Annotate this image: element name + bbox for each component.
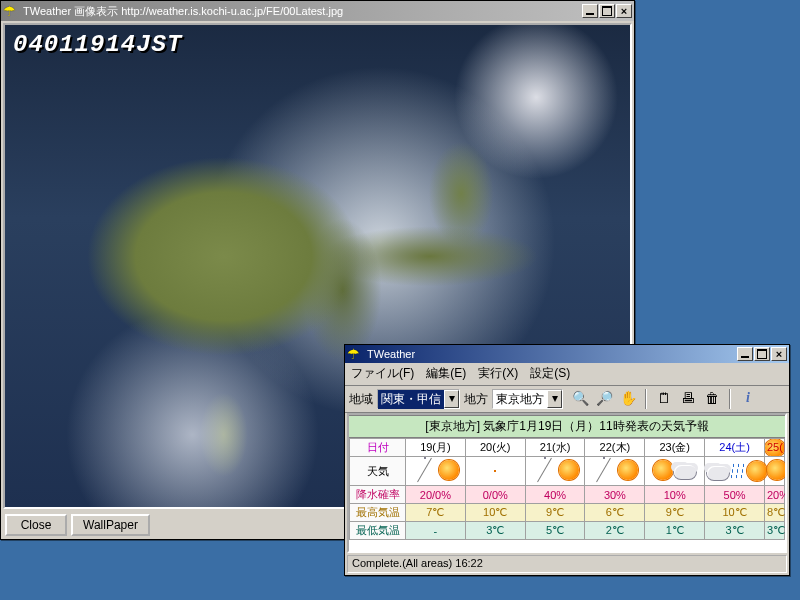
- date-cell: 23(金): [645, 439, 705, 457]
- region-label: 地域: [349, 391, 373, 408]
- row-weather: 天気: [350, 457, 785, 486]
- hi-cell: 9℃: [525, 504, 585, 522]
- close-image-button[interactable]: Close: [5, 514, 67, 536]
- area-select[interactable]: 東京地方 ▾: [492, 389, 563, 409]
- forecast-table: 日付 19(月)20(火)21(水)22(木)23(金)24(土)25(日) 天…: [349, 438, 785, 540]
- lo-cell: 3℃: [765, 522, 785, 540]
- date-cell: 20(火): [465, 439, 525, 457]
- weather-cell: [406, 457, 466, 486]
- weather-cell: [585, 457, 645, 486]
- row-date-label: 日付: [350, 439, 406, 457]
- chevron-down-icon[interactable]: ▾: [444, 390, 459, 408]
- lo-cell: -: [406, 522, 466, 540]
- weather-cell: [705, 457, 765, 486]
- row-date: 日付 19(月)20(火)21(水)22(木)23(金)24(土)25(日): [350, 439, 785, 457]
- search-icon[interactable]: 🔍: [571, 389, 589, 407]
- hi-cell: 10℃: [465, 504, 525, 522]
- area-label: 地方: [464, 391, 488, 408]
- hi-cell: 7℃: [406, 504, 466, 522]
- chevron-down-icon[interactable]: ▾: [547, 390, 562, 408]
- prob-cell: 30%: [585, 486, 645, 504]
- prob-cell: 20/0%: [406, 486, 466, 504]
- row-hi: 最高気温 7℃10℃9℃6℃9℃10℃8℃: [350, 504, 785, 522]
- weather-cell: [645, 457, 705, 486]
- prob-cell: 50%: [705, 486, 765, 504]
- region-value: 関東・甲信: [378, 390, 444, 409]
- row-prob: 降水確率 20/0%0/0%40%30%10%50%20%: [350, 486, 785, 504]
- satellite-timestamp: 04011914JST: [13, 31, 182, 58]
- weather-cell: [765, 457, 785, 486]
- row-lo: 最低気温 -3℃5℃2℃1℃3℃3℃: [350, 522, 785, 540]
- prob-cell: 10%: [645, 486, 705, 504]
- region-select[interactable]: 関東・甲信 ▾: [377, 389, 460, 409]
- trash-icon[interactable]: 🗑: [703, 389, 721, 407]
- prob-cell: 40%: [525, 486, 585, 504]
- info-icon[interactable]: i: [739, 389, 757, 407]
- prob-cell: 20%: [765, 486, 785, 504]
- lo-cell: 1℃: [645, 522, 705, 540]
- print-icon[interactable]: 🖶: [679, 389, 697, 407]
- row-prob-label: 降水確率: [350, 486, 406, 504]
- row-lo-label: 最低気温: [350, 522, 406, 540]
- hi-cell: 8℃: [765, 504, 785, 522]
- app-umbrella-icon: ☂: [3, 3, 19, 19]
- satellite-titlebar[interactable]: ☂ TWeather 画像表示 http://weather.is.kochi-…: [1, 1, 634, 21]
- menubar: ファイル(F) 編集(E) 実行(X) 設定(S): [345, 363, 789, 386]
- weather-cell: [525, 457, 585, 486]
- hand-icon[interactable]: ✋: [619, 389, 637, 407]
- date-cell: 21(水): [525, 439, 585, 457]
- minimize-button[interactable]: [737, 347, 753, 361]
- app-umbrella-icon: ☂: [347, 346, 363, 362]
- hi-cell: 6℃: [585, 504, 645, 522]
- weather-cell: [465, 457, 525, 486]
- forecast-title: TWeather: [367, 348, 733, 360]
- row-hi-label: 最高気温: [350, 504, 406, 522]
- hi-cell: 9℃: [645, 504, 705, 522]
- forecast-window: ☂ TWeather × ファイル(F) 編集(E) 実行(X) 設定(S) 地…: [344, 344, 790, 576]
- menu-settings[interactable]: 設定(S): [530, 365, 570, 382]
- date-cell: 25(日): [765, 439, 785, 457]
- close-button[interactable]: ×: [616, 4, 632, 18]
- lo-cell: 3℃: [705, 522, 765, 540]
- menu-edit[interactable]: 編集(E): [426, 365, 466, 382]
- toolbar-separator: [645, 389, 647, 409]
- search-doc-icon[interactable]: 🔎: [595, 389, 613, 407]
- toolbar: 地域 関東・甲信 ▾ 地方 東京地方 ▾ 🔍 🔎 ✋ 🗒 🖶 🗑 i: [345, 386, 789, 413]
- forecast-titlebar[interactable]: ☂ TWeather ×: [345, 345, 789, 363]
- menu-run[interactable]: 実行(X): [478, 365, 518, 382]
- forecast-heading: [東京地方] 気象庁1月19日（月）11時発表の天気予報: [349, 415, 785, 438]
- maximize-button[interactable]: [599, 4, 615, 18]
- forecast-panel: [東京地方] 気象庁1月19日（月）11時発表の天気予報 日付 19(月)20(…: [347, 413, 787, 553]
- satellite-title: TWeather 画像表示 http://weather.is.kochi-u.…: [23, 4, 578, 19]
- minimize-button[interactable]: [582, 4, 598, 18]
- toolbar-separator: [729, 389, 731, 409]
- wallpaper-button[interactable]: WallPaper: [71, 514, 150, 536]
- close-button[interactable]: ×: [771, 347, 787, 361]
- hi-cell: 10℃: [705, 504, 765, 522]
- area-value: 東京地方: [493, 390, 547, 409]
- menu-file[interactable]: ファイル(F): [351, 365, 414, 382]
- row-weather-label: 天気: [350, 457, 406, 486]
- note-icon[interactable]: 🗒: [655, 389, 673, 407]
- lo-cell: 3℃: [465, 522, 525, 540]
- maximize-button[interactable]: [754, 347, 770, 361]
- lo-cell: 5℃: [525, 522, 585, 540]
- prob-cell: 0/0%: [465, 486, 525, 504]
- date-cell: 24(土): [705, 439, 765, 457]
- date-cell: 19(月): [406, 439, 466, 457]
- date-cell: 22(木): [585, 439, 645, 457]
- statusbar: Complete.(All areas) 16:22: [347, 555, 787, 573]
- lo-cell: 2℃: [585, 522, 645, 540]
